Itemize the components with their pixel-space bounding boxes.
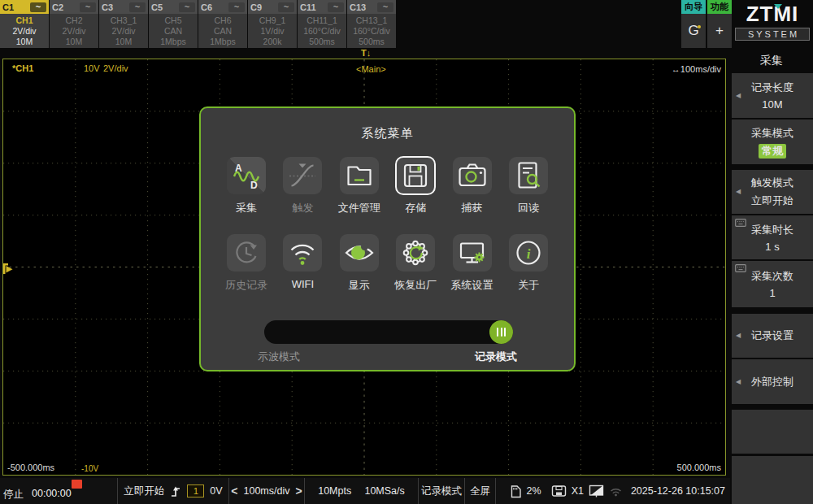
channel-tab-c2[interactable]: C2~ CH22V/div10M: [50, 0, 98, 48]
tab-depth: 500ms: [359, 37, 385, 46]
menu-item-about[interactable]: i 关于: [502, 234, 554, 293]
trigger-section[interactable]: 立即开始 1 0V: [118, 478, 229, 504]
channel-level-marker[interactable]: [3, 263, 14, 276]
tab-id: C3: [102, 2, 113, 12]
sidebar-item-record-settings[interactable]: ◀ 记录设置: [732, 314, 813, 358]
brand-name: ZTMI: [746, 2, 799, 26]
svg-text:D: D: [250, 180, 258, 191]
waveform-type-icon[interactable]: ~: [80, 2, 96, 12]
chevron-left-icon: ◀: [736, 188, 741, 195]
waveform-type-icon[interactable]: ~: [129, 2, 146, 12]
waveform-type-icon[interactable]: ~: [377, 2, 393, 12]
system-settings-icon: [456, 237, 489, 269]
channel-tab-c13[interactable]: C13~ CH13_1160°C/div500ms: [347, 0, 396, 48]
disk-drive-icon: [551, 484, 567, 497]
plus-icon: +: [715, 23, 724, 39]
menu-item-display[interactable]: 显示: [333, 234, 385, 293]
menu-item-readback[interactable]: 回读: [502, 157, 554, 215]
menu-item-file-manager[interactable]: 文件管理: [333, 157, 385, 215]
fullscreen-section[interactable]: 全屏: [465, 478, 496, 504]
run-state-section[interactable]: 停止 00:00:00: [0, 478, 118, 504]
stop-square-icon[interactable]: [72, 480, 82, 489]
timebase-value: 100ms/div: [244, 485, 290, 497]
waveform-type-icon[interactable]: ~: [179, 2, 195, 12]
status-badge: 常规: [759, 144, 786, 159]
oscilloscope-screen: C1~ CH12V/div10M C2~ CH22V/div10M C3~ CH…: [0, 0, 813, 504]
run-state-label: 停止: [3, 488, 24, 502]
sidebar-item-acquire-mode[interactable]: 采集模式 常规: [732, 119, 813, 164]
sidebar-acquisition: 采集 ◀ 记录长度 10M 采集模式 常规 ◀ 触发模式 立即开始 采集时长 1…: [730, 49, 813, 504]
sidebar-item-empty-2: [732, 456, 813, 504]
tab-scale: 2V/div: [62, 26, 85, 36]
datetime: 2025-12-26 10:15:07: [631, 485, 725, 497]
mode-toggle-slider[interactable]: [264, 320, 513, 344]
menu-item-factory-reset[interactable]: 恢复出厂: [389, 234, 441, 293]
channel-tab-c11[interactable]: C11~ CH11_1160°C/div500ms: [298, 0, 346, 48]
factory-reset-icon: [399, 237, 432, 269]
menu-item-wifi[interactable]: WIFI: [276, 234, 328, 293]
info-icon: i: [512, 237, 545, 269]
voltage-min-label: -10V: [81, 464, 98, 473]
tab-channel: CH3_1: [111, 15, 137, 25]
function-button[interactable]: 功能 +: [707, 0, 732, 48]
vscale-readout: 2V/div: [103, 63, 128, 73]
dialog-title: 系统菜单: [201, 126, 574, 141]
tab-scale: CAN: [214, 26, 232, 36]
tab-scale: 2V/div: [12, 26, 36, 36]
trigger-icon: [286, 159, 319, 192]
brand-subtitle: SYSTEM: [735, 28, 810, 41]
waveform-type-icon[interactable]: ~: [278, 2, 294, 12]
menu-item-trigger: 触发: [276, 157, 328, 215]
sidebar-item-trigger-mode[interactable]: ◀ 触发模式 立即开始: [732, 170, 813, 214]
readback-icon: [512, 159, 545, 192]
sidebar-item-acquire-duration[interactable]: 采集时长 1 s: [732, 215, 813, 259]
history-icon: [230, 237, 263, 269]
camera-icon: [456, 159, 489, 192]
menu-item-capture[interactable]: 捕获: [446, 157, 498, 215]
sidebar-item-record-length[interactable]: ◀ 记录长度 10M: [732, 73, 813, 118]
wizard-label: 向导: [681, 0, 706, 14]
brand-triangle-icon: [774, 4, 782, 9]
wifi-icon: [286, 237, 319, 269]
mode-section[interactable]: 记录模式: [419, 478, 465, 504]
tab-depth: 1Mbps: [160, 37, 186, 46]
scope-mode-label[interactable]: 示波模式: [258, 350, 300, 364]
waveform-type-icon[interactable]: ~: [328, 2, 344, 12]
trigger-mode-label: 立即开始: [124, 484, 164, 498]
rising-edge-icon: [170, 484, 181, 497]
wizard-dot-icon: [698, 25, 701, 28]
menu-row-2: 历史记录 WIFI 显示: [220, 234, 554, 293]
record-mode-label[interactable]: 记录模式: [475, 350, 517, 364]
time-start-label: -500.000ms: [7, 463, 54, 472]
channel-tab-c5[interactable]: C5~ CH5CAN1Mbps: [149, 0, 198, 48]
channel-tab-c1[interactable]: C1~ CH12V/div10M: [0, 0, 49, 48]
trigger-position-marker[interactable]: T↓: [361, 48, 371, 58]
timebase-section[interactable]: < 100ms/div >: [229, 478, 305, 504]
channel-tab-c6[interactable]: C6~ CH6CAN1Mbps: [198, 0, 247, 48]
chevron-left-icon: ◀: [736, 332, 741, 339]
tab-scale: 160°C/div: [353, 26, 390, 36]
chevron-right-icon[interactable]: >: [295, 485, 302, 497]
save-disk-icon: [399, 159, 432, 192]
offset-readout: 10V: [84, 63, 100, 73]
tab-id: C11: [300, 2, 316, 12]
menu-item-acquire[interactable]: A D 采集: [220, 157, 272, 215]
waveform-type-icon[interactable]: ~: [228, 2, 245, 12]
waveform-type-icon[interactable]: ~: [30, 2, 46, 12]
chevron-left-icon: ◀: [736, 378, 741, 385]
sidebar-title: 采集: [730, 54, 813, 68]
slider-knob[interactable]: [489, 320, 513, 344]
monitor-icon: [589, 484, 604, 498]
menu-item-history: 历史记录: [220, 234, 272, 293]
sidebar-item-acquire-count[interactable]: 采集次数 1: [732, 261, 813, 307]
wizard-button[interactable]: 向导 G: [681, 0, 706, 48]
tab-depth: 10M: [16, 37, 33, 46]
channel-tab-c9[interactable]: C9~ CH9_11V/div200k: [248, 0, 297, 48]
menu-item-storage[interactable]: 存储: [389, 157, 441, 215]
channel-tab-c3[interactable]: C3~ CH3_12V/div10M: [99, 0, 148, 48]
chevron-left-icon[interactable]: <: [231, 485, 237, 497]
svg-text:i: i: [527, 246, 531, 262]
sidebar-item-external-control[interactable]: ◀ 外部控制: [732, 359, 813, 404]
menu-item-system-settings[interactable]: 系统设置: [446, 234, 498, 293]
trigger-source-badge[interactable]: 1: [187, 484, 204, 497]
